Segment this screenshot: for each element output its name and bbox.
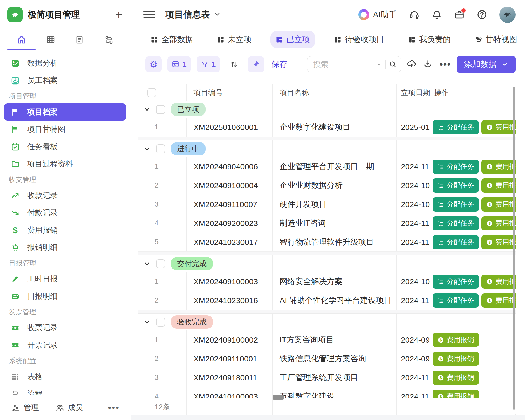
expense-button[interactable]: $费用报销 — [433, 371, 479, 385]
assign-task-button[interactable]: 分配任务 — [433, 293, 479, 308]
table-row[interactable]: 1 XM202409040006 企业管理平台开发项目一期 2024-11 分配… — [138, 157, 516, 176]
expense-button[interactable]: $费用报销 — [481, 293, 516, 308]
add-data-chevron-icon — [501, 61, 508, 68]
headset-support-icon[interactable] — [409, 9, 419, 20]
table-row[interactable]: 2 XM202409100004 企业业财数据分析 2024-10 分配任务 $… — [138, 176, 516, 195]
expense-button[interactable]: $费用报销 — [481, 197, 516, 212]
collapse-chevron-icon[interactable] — [144, 106, 150, 113]
assign-task-button[interactable]: 分配任务 — [433, 120, 479, 134]
view-tab-all-data[interactable]: 全部数据 — [145, 31, 198, 48]
search-chevron-down-icon[interactable] — [376, 61, 382, 67]
view-tab-my-responsibility[interactable]: 我负责的 — [403, 31, 456, 48]
sidebar-item-project-gantt[interactable]: 项目甘特图 — [4, 121, 126, 138]
view-tab-pending-acceptance[interactable]: 待验收项目 — [329, 31, 390, 48]
horizontal-scrollbar[interactable] — [273, 395, 284, 400]
sidebar-item-employee-files[interactable]: 员工档案 — [4, 72, 126, 89]
expense-button[interactable]: $费用报销 — [433, 390, 479, 398]
table-row[interactable]: 3 XM202409110007 硬件开发项目 2024-10 分配任务 $费用… — [138, 195, 516, 214]
title-chevron-down-icon[interactable] — [214, 10, 221, 19]
help-icon[interactable] — [477, 9, 487, 20]
expense-button[interactable]: $费用报销 — [481, 235, 516, 249]
pin-button[interactable] — [248, 56, 264, 72]
sidebar-item-project-files[interactable]: 项目档案 — [4, 103, 126, 121]
notifications-bell-icon[interactable] — [432, 9, 442, 20]
tab-workflow[interactable] — [103, 34, 114, 45]
collapse-chevron-icon[interactable] — [144, 319, 150, 326]
group-checkbox[interactable] — [156, 259, 165, 268]
group-checkbox[interactable] — [156, 105, 165, 114]
table-row[interactable]: 4 XM202410100003 万科数字化建设 2024-11 $费用报销 — [138, 387, 516, 398]
manage-button[interactable]: 管理 — [12, 402, 39, 413]
assign-task-button[interactable]: 分配任务 — [433, 197, 479, 212]
filter-button[interactable]: 1 — [197, 56, 220, 72]
sidebar-item-payments[interactable]: 付款记录 — [4, 204, 126, 222]
menu-icon[interactable] — [143, 10, 155, 19]
expense-button[interactable]: $费用报销 — [481, 275, 516, 289]
sidebar-item-receipts[interactable]: 收款记录 — [4, 187, 126, 204]
assign-task-button[interactable]: 分配任务 — [433, 160, 479, 174]
table-row[interactable]: 4 XM202409200023 制造业IT咨询 2024-11 分配任务 $费… — [138, 214, 516, 233]
assign-task-button[interactable]: 分配任务 — [433, 235, 479, 249]
table-row[interactable]: 3 XM202409180011 工厂管理系统开发项目 2024-11 $费用报… — [138, 368, 516, 387]
table-row[interactable]: 2 XM202409110001 铁路信息化管理方案咨询 2024-09 $费用… — [138, 349, 516, 368]
add-workspace-icon[interactable]: + — [115, 9, 122, 21]
sidebar-item-workflow[interactable]: 流程 — [4, 385, 126, 395]
settings-button[interactable]: ⚙ — [145, 56, 162, 72]
expense-button[interactable]: $费用报销 — [433, 352, 479, 366]
sidebar-item-invoice-issued[interactable]: 开票记录 — [4, 337, 126, 354]
more-actions-icon[interactable]: ••• — [439, 59, 451, 70]
svg-text:¥: ¥ — [13, 60, 15, 64]
expense-button[interactable]: $费用报销 — [481, 216, 516, 230]
import-upload-icon[interactable] — [407, 59, 417, 70]
project-date: 2024-11 — [397, 291, 430, 310]
assign-task-button[interactable]: 分配任务 — [433, 178, 479, 193]
view-tab-gantt[interactable]: 甘特视图 — [470, 31, 522, 48]
table-row[interactable]: 5 XM202410230017 智行物流管理软件升级项目 2024-11 分配… — [138, 233, 516, 252]
group-checkbox[interactable] — [156, 318, 165, 327]
table-row[interactable]: 1 XM202409100003 网络安全解决方案 2024-10 分配任务 $… — [138, 272, 516, 291]
save-button[interactable]: 保存 — [271, 59, 288, 70]
select-all-checkbox[interactable] — [147, 88, 156, 97]
ai-assistant-button[interactable]: AI助手 — [358, 9, 397, 20]
sidebar-item-expense-reimbursement[interactable]: $ 费用报销 — [4, 222, 126, 239]
table-row[interactable]: 1 XM202501060001 企业数字化建设项目 2025-01 分配任务 … — [138, 118, 516, 137]
sidebar-item-data-analysis[interactable]: ¥ 数据分析 — [4, 55, 126, 72]
sidebar-item-daily-report-details[interactable]: 日报明细 — [4, 288, 126, 305]
expense-button[interactable]: $费用报销 — [481, 178, 516, 193]
table-row[interactable]: 2 XM202410230016 AI 辅助个性化学习平台建设项目 2024-1… — [138, 291, 516, 310]
vertical-scrollbar[interactable] — [513, 87, 515, 410]
expense-button[interactable]: $费用报销 — [481, 160, 516, 174]
members-button[interactable]: 成员 — [56, 402, 83, 413]
group-checkbox[interactable] — [156, 144, 165, 153]
search-input[interactable] — [313, 60, 373, 69]
table-row[interactable]: 1 XM202409100002 IT方案咨询项目 2024-09 $费用报销 — [138, 330, 516, 349]
sidebar-item-tables[interactable]: 表格 — [4, 368, 126, 385]
tab-documents[interactable] — [74, 34, 85, 45]
workspace-briefcase-icon[interactable] — [454, 9, 465, 20]
user-avatar[interactable] — [499, 7, 516, 23]
export-download-icon[interactable] — [423, 59, 434, 70]
tab-tables[interactable] — [45, 34, 56, 45]
expense-button[interactable]: $费用报销 — [433, 333, 479, 347]
expense-button[interactable]: $费用报销 — [481, 120, 516, 134]
sidebar-item-timesheet-daily[interactable]: 工时日报 — [4, 270, 126, 288]
tab-home[interactable] — [16, 34, 27, 45]
sidebar-item-invoice-received[interactable]: 收票记录 — [4, 319, 126, 337]
view-tab-not-initiated[interactable]: 未立项 — [212, 31, 257, 48]
collapse-chevron-icon[interactable] — [144, 260, 150, 267]
assign-task-button[interactable]: 分配任务 — [433, 216, 479, 230]
collapse-chevron-icon[interactable] — [144, 145, 150, 152]
sidebar-more-icon[interactable]: ••• — [108, 403, 120, 413]
assign-task-button[interactable]: 分配任务 — [433, 275, 479, 289]
sidebar-item-reimbursement-details[interactable]: 报销明细 — [4, 239, 126, 256]
field-config-button[interactable]: 1 — [167, 56, 191, 72]
sidebar-item-label: 数据分析 — [27, 58, 58, 69]
add-data-label: 添加数据 — [464, 59, 497, 70]
add-data-button[interactable]: 添加数据 — [457, 56, 516, 73]
sidebar-item-task-board[interactable]: 任务看板 — [4, 138, 126, 155]
sidebar-item-project-process-docs[interactable]: 项目过程资料 — [4, 155, 126, 173]
search-icon[interactable] — [389, 60, 397, 68]
view-tab-initiated[interactable]: 已立项 — [270, 31, 315, 48]
project-code: XM202410230017 — [187, 233, 273, 251]
sort-button[interactable] — [226, 56, 242, 72]
